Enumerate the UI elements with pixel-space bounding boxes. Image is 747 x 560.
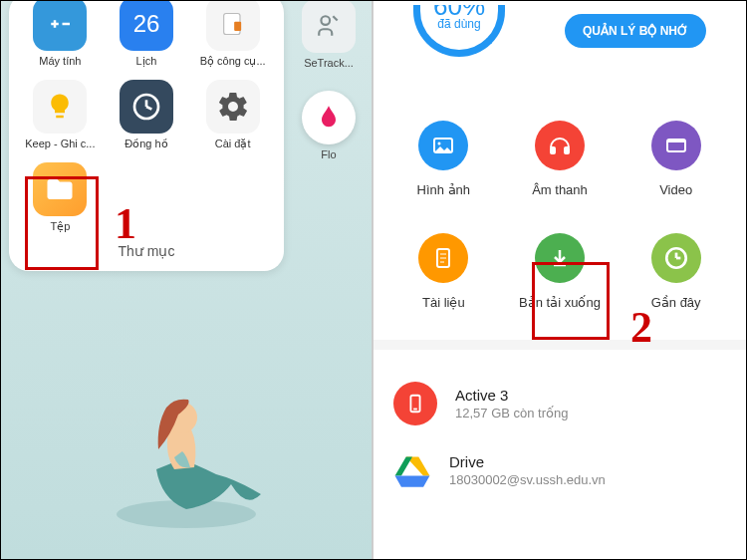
category-images[interactable]: Hình ảnh	[385, 121, 502, 197]
storage-item-title: Active 3	[455, 387, 569, 404]
storage-item-subtitle: 18030002@sv.ussh.edu.vn	[449, 472, 606, 487]
phone-icon	[393, 382, 437, 425]
keep-icon	[33, 80, 87, 134]
storage-percent: 60%	[433, 5, 485, 15]
app-calendar[interactable]: 26 Lịch	[106, 1, 188, 68]
app-settings[interactable]: Cài đặt	[191, 76, 274, 150]
app-label: Bộ công cụ...	[200, 55, 266, 68]
category-label: Video	[659, 182, 692, 197]
storage-item-drive[interactable]: Drive 18030002@sv.ussh.edu.vn	[393, 439, 726, 501]
left-phone-screenshot: Máy tính 26 Lịch Bộ công cụ... Keep - Gh…	[1, 1, 374, 559]
storage-used-label: đã dùng	[437, 17, 480, 31]
annotation-highlight-2	[532, 262, 610, 340]
storage-item-text: Drive 18030002@sv.ussh.edu.vn	[449, 453, 606, 487]
svg-point-8	[321, 16, 330, 25]
video-icon	[651, 121, 701, 170]
documents-icon	[418, 233, 468, 283]
drive-icon	[393, 453, 431, 487]
clock-icon	[651, 233, 701, 283]
svg-rect-4	[234, 22, 241, 31]
app-setrack[interactable]: SeTrack...	[302, 1, 356, 69]
app-label: SeTrack...	[304, 57, 354, 69]
storage-header: 60% đã dùng QUẢN LÝ BỘ NHỚ	[374, 1, 746, 81]
app-label: Flo	[321, 148, 336, 160]
manage-storage-button[interactable]: QUẢN LÝ BỘ NHỚ	[565, 14, 706, 48]
category-label: Tài liệu	[422, 295, 465, 310]
svg-line-7	[146, 107, 151, 110]
app-label: Cài đặt	[215, 138, 251, 150]
category-documents[interactable]: Tài liệu	[385, 233, 502, 310]
storage-item-device[interactable]: Active 3 12,57 GB còn trống	[393, 368, 726, 439]
storage-item-subtitle: 12,57 GB còn trống	[455, 406, 569, 420]
flo-icon	[302, 91, 356, 144]
category-recent[interactable]: Gần đây	[618, 233, 734, 310]
category-video[interactable]: Video	[618, 121, 734, 197]
category-label: Âm thanh	[532, 182, 588, 197]
svg-point-12	[438, 142, 441, 145]
category-audio[interactable]: Âm thanh	[502, 121, 619, 197]
annotation-number-2: 2	[630, 302, 652, 353]
section-divider	[374, 340, 746, 350]
gear-icon	[206, 80, 260, 134]
category-label: Hình ảnh	[417, 182, 471, 197]
wallpaper-mermaid	[87, 330, 286, 529]
images-icon	[418, 121, 468, 170]
audio-icon	[535, 121, 585, 170]
app-label: Lịch	[136, 55, 157, 68]
toolkit-icon	[206, 1, 260, 51]
annotation-number-1: 1	[115, 198, 136, 249]
annotation-highlight-1	[25, 176, 99, 270]
home-screen-apps: SeTrack... Flo	[294, 1, 364, 160]
app-label: Keep - Ghi c...	[25, 138, 95, 149]
storage-item-title: Drive	[449, 453, 606, 470]
app-flo[interactable]: Flo	[302, 87, 356, 160]
category-label: Gần đây	[651, 295, 701, 310]
app-clock[interactable]: Đồng hồ	[106, 76, 188, 150]
app-toolkit[interactable]: Bộ công cụ...	[191, 1, 274, 68]
svg-marker-30	[395, 476, 430, 487]
app-label: Máy tính	[39, 55, 81, 67]
calculator-icon	[33, 1, 87, 51]
svg-rect-16	[667, 140, 685, 142]
app-calculator[interactable]: Máy tính	[19, 1, 102, 68]
clock-icon	[120, 80, 173, 134]
storage-item-text: Active 3 12,57 GB còn trống	[455, 387, 569, 420]
app-keep[interactable]: Keep - Ghi c...	[19, 76, 102, 150]
setrack-icon	[302, 1, 356, 53]
svg-rect-13	[551, 147, 555, 153]
svg-rect-14	[565, 147, 569, 153]
storage-locations-list: Active 3 12,57 GB còn trống Drive 180300…	[374, 350, 746, 519]
storage-usage-circle[interactable]: 60% đã dùng	[413, 5, 505, 57]
svg-marker-29	[395, 457, 412, 476]
app-label: Đồng hồ	[124, 138, 167, 150]
calendar-icon: 26	[120, 1, 173, 51]
